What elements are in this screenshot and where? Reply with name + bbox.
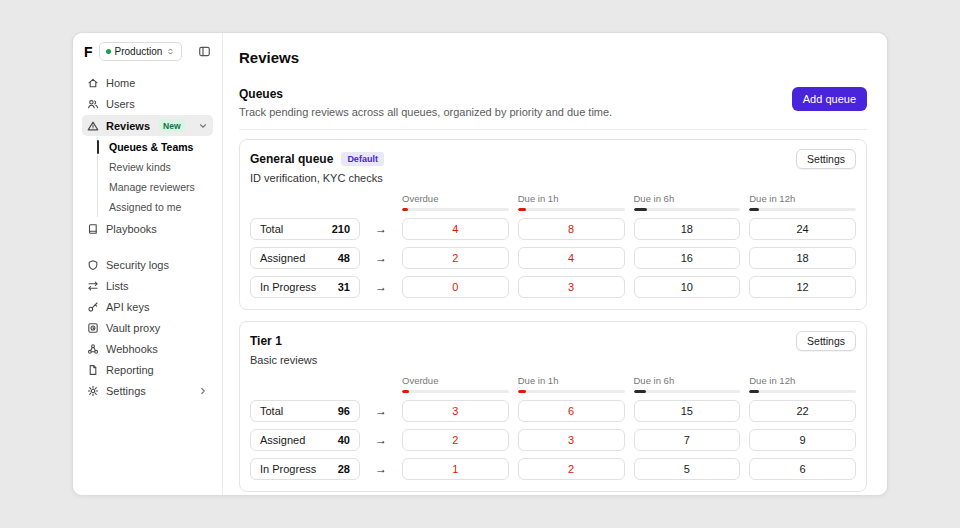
row-label: In Progress	[260, 463, 316, 475]
value-cell[interactable]: 1	[402, 458, 509, 480]
sidebar-item-users[interactable]: Users	[82, 94, 213, 114]
sidebar-item-vault-proxy[interactable]: Vault proxy	[82, 318, 213, 338]
row-label-cell: Total96	[250, 400, 360, 422]
column-header-due-in-1h: Due in 1h	[518, 375, 625, 393]
sidebar-item-api-keys[interactable]: API keys	[82, 297, 213, 317]
row-count: 210	[332, 223, 350, 235]
column-progress-fill	[634, 208, 648, 211]
arrow-right-icon: →	[369, 462, 393, 476]
value-cell[interactable]: 12	[749, 276, 856, 298]
row-label: Assigned	[260, 252, 305, 264]
settings-button[interactable]: Settings	[796, 331, 856, 351]
sidebar-item-label: API keys	[106, 301, 149, 313]
environment-selector[interactable]: Production	[99, 42, 183, 61]
sidebar-subitem-review-kinds[interactable]: Review kinds	[107, 157, 213, 177]
column-progress-bar	[518, 390, 625, 393]
default-badge: Default	[341, 152, 384, 166]
sidebar: F Production HomeUsersReviewsNewQueues &…	[73, 33, 223, 495]
value-cell[interactable]: 2	[518, 458, 625, 480]
webhook-icon	[87, 343, 99, 355]
column-progress-bar	[634, 390, 741, 393]
sidebar-subitem-queues-teams[interactable]: Queues & Teams	[107, 137, 213, 157]
value-cell[interactable]: 7	[634, 429, 741, 451]
row-count: 48	[338, 252, 350, 264]
sidebar-item-label: Users	[106, 98, 135, 110]
sidebar-item-settings[interactable]: Settings	[82, 381, 213, 401]
book-icon	[87, 223, 99, 235]
app-window: F Production HomeUsersReviewsNewQueues &…	[72, 32, 888, 496]
row-count: 40	[338, 434, 350, 446]
value-cell[interactable]: 5	[634, 458, 741, 480]
sidebar-item-label: Settings	[106, 385, 146, 397]
main-content: Reviews Queues Track pending reviews acr…	[223, 33, 887, 495]
row-label: Total	[260, 223, 283, 235]
column-progress-fill	[749, 390, 759, 393]
value-cell[interactable]: 22	[749, 400, 856, 422]
sidebar-item-label: Security logs	[106, 259, 169, 271]
queue-row-in-progress: In Progress31→031012	[250, 276, 856, 298]
new-badge: New	[159, 119, 184, 132]
row-label-cell: Assigned48	[250, 247, 360, 269]
sidebar-item-label: Home	[106, 77, 135, 89]
value-cell[interactable]: 18	[634, 218, 741, 240]
sidebar-item-webhooks[interactable]: Webhooks	[82, 339, 213, 359]
value-cell[interactable]: 3	[402, 400, 509, 422]
chevron-down-icon	[198, 121, 208, 131]
column-progress-bar	[402, 208, 509, 211]
app-logo: F	[82, 44, 95, 60]
value-cell[interactable]: 16	[634, 247, 741, 269]
row-label-cell: Total210	[250, 218, 360, 240]
column-progress-fill	[634, 390, 647, 393]
value-cell[interactable]: 6	[518, 400, 625, 422]
column-progress-bar	[749, 390, 856, 393]
nav-gap	[82, 240, 213, 254]
sidebar-item-lists[interactable]: Lists	[82, 276, 213, 296]
column-header-overdue: Overdue	[402, 375, 509, 393]
sidebar-subitem-manage-reviewers[interactable]: Manage reviewers	[107, 177, 213, 197]
sidebar-toggle-button[interactable]	[196, 43, 213, 60]
queue-row-total: Total96→361522	[250, 400, 856, 422]
list-icon	[87, 280, 99, 292]
value-cell[interactable]: 4	[518, 247, 625, 269]
value-cell[interactable]: 3	[518, 429, 625, 451]
value-cell[interactable]: 6	[749, 458, 856, 480]
value-cell[interactable]: 8	[518, 218, 625, 240]
queue-card-general-queue: General queueDefaultSettingsID verificat…	[239, 139, 867, 310]
column-header-due-in-12h: Due in 12h	[749, 193, 856, 211]
sidebar-item-reporting[interactable]: Reporting	[82, 360, 213, 380]
add-queue-button[interactable]: Add queue	[792, 87, 867, 111]
column-progress-bar	[518, 208, 625, 211]
column-label: Due in 1h	[518, 375, 625, 386]
row-count: 96	[338, 405, 350, 417]
value-cell[interactable]: 24	[749, 218, 856, 240]
value-cell[interactable]: 0	[402, 276, 509, 298]
value-cell[interactable]: 4	[402, 218, 509, 240]
queue-card-tier-1: Tier 1SettingsBasic reviewsOverdueDue in…	[239, 321, 867, 492]
value-cell[interactable]: 15	[634, 400, 741, 422]
queue-row-assigned: Assigned40→2379	[250, 429, 856, 451]
sidebar-subitem-assigned-to-me[interactable]: Assigned to me	[107, 197, 213, 217]
sidebar-item-label: Vault proxy	[106, 322, 160, 334]
row-label: In Progress	[260, 281, 316, 293]
value-cell[interactable]: 3	[518, 276, 625, 298]
sidebar-item-playbooks[interactable]: Playbooks	[82, 219, 213, 239]
queues-section-header: Queues Track pending reviews across all …	[239, 87, 867, 118]
sidebar-item-label: Lists	[106, 280, 129, 292]
column-header-due-in-12h: Due in 12h	[749, 375, 856, 393]
value-cell[interactable]: 2	[402, 247, 509, 269]
chevron-updown-icon	[166, 47, 175, 56]
settings-button[interactable]: Settings	[796, 149, 856, 169]
value-cell[interactable]: 18	[749, 247, 856, 269]
column-header-due-in-1h: Due in 1h	[518, 193, 625, 211]
row-count: 31	[338, 281, 350, 293]
column-header-overdue: Overdue	[402, 193, 509, 211]
queue-row-total: Total210→481824	[250, 218, 856, 240]
section-divider	[239, 129, 867, 130]
sidebar-item-security-logs[interactable]: Security logs	[82, 255, 213, 275]
sidebar-item-home[interactable]: Home	[82, 73, 213, 93]
value-cell[interactable]: 10	[634, 276, 741, 298]
value-cell[interactable]: 9	[749, 429, 856, 451]
sidebar-item-reviews[interactable]: ReviewsNew	[82, 115, 213, 136]
value-cell[interactable]: 2	[402, 429, 509, 451]
sidebar-collapse-icon	[198, 45, 211, 58]
